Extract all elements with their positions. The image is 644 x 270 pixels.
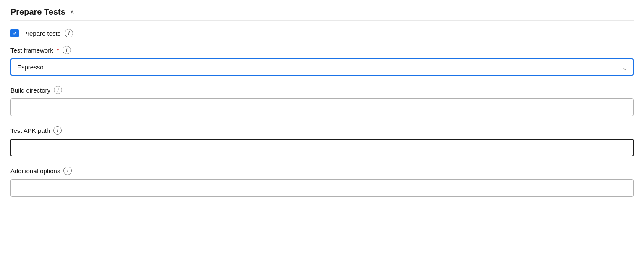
test-framework-label-row: Test framework * i bbox=[10, 46, 634, 54]
test-framework-select[interactable]: Espresso XCTest Robo bbox=[10, 58, 634, 76]
additional-options-label: Additional options bbox=[10, 167, 60, 175]
required-indicator: * bbox=[57, 47, 59, 54]
test-framework-section: Test framework * i Espresso XCTest Robo … bbox=[10, 46, 634, 76]
test-framework-info-icon[interactable]: i bbox=[63, 46, 71, 54]
build-directory-label-row: Build directory i bbox=[10, 86, 634, 94]
additional-options-section: Additional options i bbox=[10, 167, 634, 197]
build-directory-label: Build directory bbox=[10, 87, 50, 94]
test-apk-path-label-row: Test APK path i bbox=[10, 126, 634, 135]
prepare-tests-checkbox[interactable]: ✓ bbox=[10, 29, 19, 37]
prepare-tests-panel: Prepare Tests ∧ ✓ Prepare tests i Test f… bbox=[0, 0, 644, 270]
chevron-up-icon[interactable]: ∧ bbox=[70, 8, 75, 16]
build-directory-info-icon[interactable]: i bbox=[54, 86, 62, 94]
test-framework-select-wrapper: Espresso XCTest Robo ⌄ bbox=[10, 58, 634, 76]
test-framework-label: Test framework bbox=[10, 47, 53, 54]
prepare-tests-label: Prepare tests bbox=[23, 30, 60, 37]
page-title: Prepare Tests bbox=[10, 7, 65, 17]
additional-options-label-row: Additional options i bbox=[10, 167, 634, 175]
build-directory-section: Build directory i bbox=[10, 86, 634, 116]
test-apk-path-info-icon[interactable]: i bbox=[53, 126, 62, 135]
build-directory-input[interactable] bbox=[10, 98, 634, 116]
test-apk-path-input[interactable] bbox=[10, 139, 634, 156]
additional-options-info-icon[interactable]: i bbox=[63, 167, 72, 175]
prepare-tests-info-icon[interactable]: i bbox=[65, 29, 73, 37]
checkmark-icon: ✓ bbox=[13, 30, 17, 37]
test-apk-path-section: Test APK path i bbox=[10, 126, 634, 156]
additional-options-input[interactable] bbox=[10, 179, 634, 197]
test-apk-path-label: Test APK path bbox=[10, 127, 50, 134]
prepare-tests-row: ✓ Prepare tests i bbox=[10, 29, 634, 37]
section-header: Prepare Tests ∧ bbox=[10, 7, 634, 21]
